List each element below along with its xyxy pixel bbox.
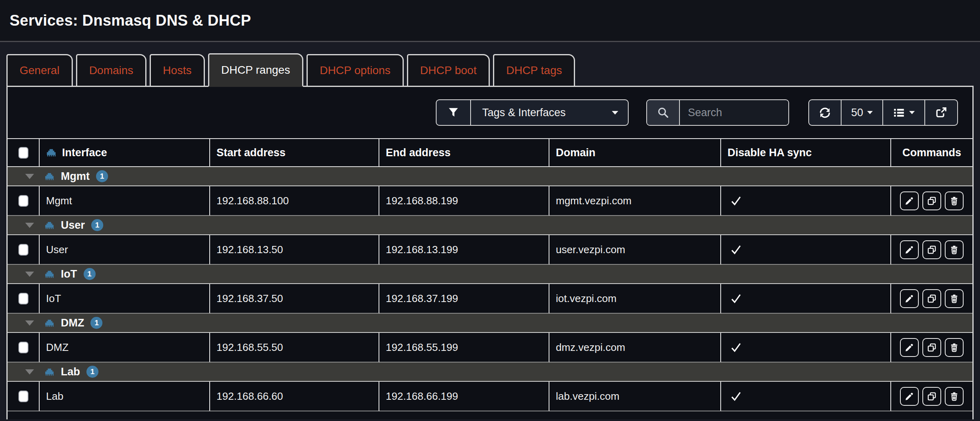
col-header-end-address[interactable]: End address <box>379 139 549 167</box>
disable-ha-sync-cell <box>721 235 891 265</box>
list-icon <box>893 107 905 119</box>
row-checkbox[interactable] <box>18 195 28 207</box>
group-count-badge: 1 <box>90 317 102 329</box>
check-icon <box>730 341 742 353</box>
collapse-caret-icon[interactable] <box>25 174 34 179</box>
end-address-cell: 192.168.37.199 <box>379 284 549 314</box>
chevron-down-icon <box>612 111 618 115</box>
interface-group-row[interactable]: DMZ 1 <box>8 314 972 333</box>
interface-cell: User <box>40 235 210 265</box>
tab-dhcp-ranges[interactable]: DHCP ranges <box>208 53 303 87</box>
refresh-icon <box>819 107 831 119</box>
page-size-dropdown[interactable]: 50 <box>842 100 883 125</box>
group-name: Mgmt <box>61 170 90 183</box>
trash-icon <box>949 245 959 255</box>
tab-bar: General Domains Hosts DHCP ranges DHCP o… <box>6 42 974 87</box>
table-row: DMZ 192.168.55.50 192.168.55.199 dmz.vez… <box>8 333 972 363</box>
grid-action-buttons: 50 <box>808 99 958 126</box>
ethernet-icon <box>44 318 54 328</box>
export-icon <box>935 106 948 119</box>
search-input[interactable] <box>680 100 788 125</box>
col-header-start-address[interactable]: Start address <box>210 139 379 167</box>
col-header-interface[interactable]: Interface <box>40 139 210 167</box>
row-checkbox-cell <box>8 186 40 216</box>
interface-group-row[interactable]: Lab 1 <box>8 363 972 382</box>
delete-button[interactable] <box>945 240 964 259</box>
header-checkbox-cell <box>8 139 40 167</box>
group-name: Lab <box>61 366 80 378</box>
start-address-cell: 192.168.55.50 <box>210 333 379 363</box>
filter-selected-value: Tags & Interfaces <box>471 100 628 125</box>
row-checkbox[interactable] <box>18 244 28 256</box>
group-count-badge: 1 <box>91 219 103 231</box>
disable-ha-sync-cell <box>721 333 891 363</box>
tab-dhcp-boot[interactable]: DHCP boot <box>407 54 490 86</box>
tab-hosts[interactable]: Hosts <box>150 54 205 86</box>
edit-button[interactable] <box>900 387 919 406</box>
end-address-cell: 192.168.55.199 <box>379 333 549 363</box>
tag-interface-filter-dropdown[interactable]: Tags & Interfaces <box>436 99 629 126</box>
export-button[interactable] <box>925 100 957 125</box>
domain-cell: iot.vezpi.com <box>549 284 721 314</box>
delete-button[interactable] <box>945 338 964 357</box>
tab-dhcp-tags[interactable]: DHCP tags <box>493 54 575 86</box>
delete-button[interactable] <box>945 289 964 308</box>
ethernet-icon <box>44 220 54 230</box>
collapse-caret-icon[interactable] <box>25 223 34 228</box>
tab-dhcp-options[interactable]: DHCP options <box>307 54 404 86</box>
domain-cell: user.vezpi.com <box>549 235 721 265</box>
col-header-domain[interactable]: Domain <box>549 139 721 167</box>
pencil-icon <box>904 342 914 353</box>
table-body: Mgmt 1 Mgmt 192.168.88.100 192.168.88.19… <box>8 167 972 411</box>
domain-cell: mgmt.vezpi.com <box>549 186 721 216</box>
copy-button[interactable] <box>922 338 941 357</box>
trash-icon <box>949 342 959 353</box>
collapse-caret-icon[interactable] <box>25 320 34 326</box>
commands-cell <box>891 284 972 314</box>
commands-cell <box>891 235 972 265</box>
group-count-badge: 1 <box>96 170 108 182</box>
collapse-caret-icon[interactable] <box>25 272 34 277</box>
column-select-dropdown[interactable] <box>883 100 925 125</box>
delete-button[interactable] <box>945 191 964 210</box>
delete-button[interactable] <box>945 387 964 406</box>
tab-general[interactable]: General <box>6 54 73 86</box>
copy-button[interactable] <box>922 191 941 210</box>
search-icon <box>647 100 680 125</box>
row-checkbox[interactable] <box>18 293 28 304</box>
copy-button[interactable] <box>922 289 941 308</box>
edit-button[interactable] <box>900 289 919 308</box>
pencil-icon <box>904 391 914 401</box>
row-checkbox[interactable] <box>18 391 28 402</box>
pencil-icon <box>904 196 914 206</box>
interface-group-row[interactable]: IoT 1 <box>8 265 972 284</box>
select-all-checkbox[interactable] <box>18 147 28 159</box>
dnsmasq-page: Services: Dnsmasq DNS & DHCP General Dom… <box>0 0 980 421</box>
edit-button[interactable] <box>900 240 919 259</box>
interface-cell: Mgmt <box>40 186 210 216</box>
copy-button[interactable] <box>922 387 941 406</box>
chevron-down-icon <box>909 111 915 114</box>
edit-button[interactable] <box>900 191 919 210</box>
interface-group-row[interactable]: User 1 <box>8 216 972 235</box>
copy-icon <box>927 196 937 206</box>
disable-ha-sync-cell <box>721 382 891 411</box>
copy-icon <box>927 391 937 401</box>
col-header-commands: Commands <box>891 139 972 167</box>
row-checkbox[interactable] <box>18 342 28 353</box>
edit-button[interactable] <box>900 338 919 357</box>
commands-cell <box>891 382 972 411</box>
table-row: User 192.168.13.50 192.168.13.199 user.v… <box>8 235 972 265</box>
page-title: Services: Dnsmasq DNS & DHCP <box>10 12 251 29</box>
interface-group-row[interactable]: Mgmt 1 <box>8 167 972 186</box>
trash-icon <box>949 294 959 304</box>
table-row: Mgmt 192.168.88.100 192.168.88.199 mgmt.… <box>8 186 972 216</box>
collapse-caret-icon[interactable] <box>25 369 34 375</box>
tab-domains[interactable]: Domains <box>76 54 146 86</box>
ethernet-icon <box>46 147 56 158</box>
check-icon <box>730 390 742 402</box>
copy-icon <box>927 294 937 304</box>
refresh-button[interactable] <box>809 100 842 125</box>
col-header-disable-ha-sync[interactable]: Disable HA sync <box>721 139 891 167</box>
copy-button[interactable] <box>922 240 941 259</box>
